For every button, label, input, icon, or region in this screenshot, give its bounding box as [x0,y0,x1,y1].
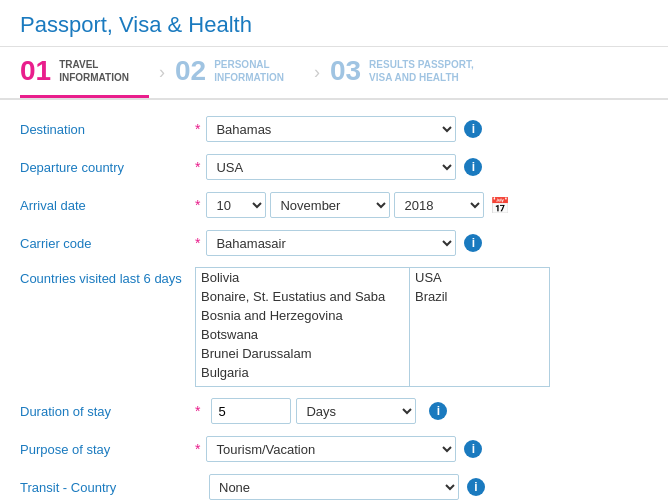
list-item[interactable]: Brazil [410,287,549,306]
arrival-day-select[interactable]: 10 12345 [206,192,266,218]
duration-info-icon[interactable]: i [429,402,447,420]
purpose-control: * Tourism/Vacation Business Transit Stud… [195,436,648,462]
duration-unit-select[interactable]: Days Weeks Months [296,398,416,424]
step-1-label: TRAVELINFORMATION [59,58,129,84]
main-content: Destination * Bahamas Brazil France i De… [0,100,668,504]
carrier-code-select[interactable]: Bahamasair Delta United [206,230,456,256]
destination-label: Destination [20,122,195,137]
arrival-year-select[interactable]: 201820192020 [394,192,484,218]
list-item[interactable]: USA [410,268,549,287]
purpose-required-star: * [195,441,200,457]
duration-required-star: * [195,403,200,419]
departure-country-control: * USA UK Canada i [195,154,648,180]
countries-available-list[interactable]: Bolivia Bonaire, St. Eustatius and Saba … [195,267,410,387]
transit-select[interactable]: None USA UK [209,474,459,500]
departure-country-label: Departure country [20,160,195,175]
step-2-label: PERSONALINFORMATION [214,58,284,84]
countries-control: Bolivia Bonaire, St. Eustatius and Saba … [195,267,648,387]
destination-select[interactable]: Bahamas Brazil France [206,116,456,142]
page-header: Passport, Visa & Health [0,0,668,47]
step-3[interactable]: 03 RESULTS PASSPORT,VISA AND HEALTH [330,47,494,98]
purpose-info-icon[interactable]: i [464,440,482,458]
arrival-date-control: * 10 12345 November JanuaryFebruaryMarch… [195,192,648,218]
step-sep-2: › [314,47,320,98]
countries-visited-row: Countries visited last 6 days Bolivia Bo… [20,267,648,387]
carrier-code-label: Carrier code [20,236,195,251]
carrier-info-icon[interactable]: i [464,234,482,252]
departure-required-star: * [195,159,200,175]
calendar-icon[interactable]: 📅 [490,196,510,215]
duration-row: Duration of stay * Days Weeks Months i [20,397,648,425]
carrier-code-row: Carrier code * Bahamasair Delta United i [20,229,648,257]
step-1-number: 01 [20,57,51,85]
destination-info-icon[interactable]: i [464,120,482,138]
step-sep-1: › [159,47,165,98]
countries-visited-label: Countries visited last 6 days [20,267,195,286]
destination-required-star: * [195,121,200,137]
list-item[interactable]: Bolivia [196,268,409,287]
countries-selected-list[interactable]: USA Brazil [410,267,550,387]
duration-control: * Days Weeks Months i [195,398,648,424]
carrier-required-star: * [195,235,200,251]
step-2-number: 02 [175,57,206,85]
step-3-number: 03 [330,57,361,85]
list-item[interactable]: Bosnia and Herzegovina [196,306,409,325]
destination-control: * Bahamas Brazil France i [195,116,648,142]
step-2[interactable]: 02 PERSONALINFORMATION [175,47,304,98]
arrival-date-row: Arrival date * 10 12345 November January… [20,191,648,219]
purpose-select[interactable]: Tourism/Vacation Business Transit Studen… [206,436,456,462]
list-item[interactable]: Bonaire, St. Eustatius and Saba [196,287,409,306]
list-item[interactable]: Burkina Faso [196,382,409,387]
carrier-code-control: * Bahamasair Delta United i [195,230,648,256]
page-title: Passport, Visa & Health [20,12,648,38]
list-item[interactable]: Bulgaria [196,363,409,382]
departure-country-select[interactable]: USA UK Canada [206,154,456,180]
transit-label: Transit - Country [20,480,195,495]
steps-bar: 01 TRAVELINFORMATION › 02 PERSONALINFORM… [0,47,668,100]
duration-label: Duration of stay [20,404,195,419]
purpose-row: Purpose of stay * Tourism/Vacation Busin… [20,435,648,463]
list-item[interactable]: Brunei Darussalam [196,344,409,363]
transit-info-icon[interactable]: i [467,478,485,496]
step-3-label: RESULTS PASSPORT,VISA AND HEALTH [369,58,474,84]
arrival-date-label: Arrival date [20,198,195,213]
arrival-required-star: * [195,197,200,213]
duration-input[interactable] [211,398,291,424]
departure-info-icon[interactable]: i [464,158,482,176]
transit-control: None USA UK i [195,474,648,500]
step-1[interactable]: 01 TRAVELINFORMATION [20,47,149,98]
list-item[interactable]: Botswana [196,325,409,344]
arrival-month-select[interactable]: November JanuaryFebruaryMarch AprilMayJu… [270,192,390,218]
purpose-label: Purpose of stay [20,442,195,457]
destination-row: Destination * Bahamas Brazil France i [20,115,648,143]
departure-country-row: Departure country * USA UK Canada i [20,153,648,181]
transit-row: Transit - Country None USA UK i [20,473,648,501]
